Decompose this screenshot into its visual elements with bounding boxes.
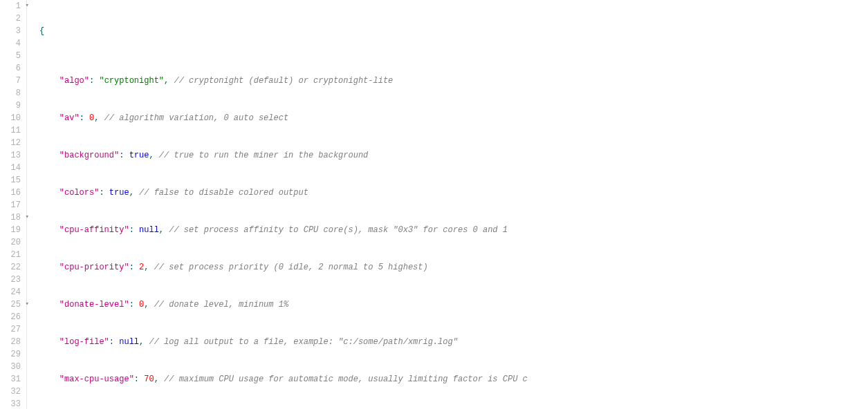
line-number: 21 (3, 249, 21, 261)
code-line: "av": 0, // algorithm variation, 0 auto … (39, 112, 782, 124)
fold-toggle-icon[interactable]: ▾ (26, 300, 29, 310)
line-number: 23 (3, 274, 21, 286)
line-number: 6 (3, 62, 21, 75)
line-number: 1▾ (3, 0, 21, 12)
code-editor: 1▾23456789101112131415161718▾19202122232… (0, 0, 868, 409)
line-gutter: 1▾23456789101112131415161718▾19202122232… (0, 0, 27, 409)
fold-toggle-icon[interactable]: ▾ (26, 1, 29, 11)
line-number: 11 (3, 124, 21, 137)
code-line: "cpu-affinity": null, // set process aff… (39, 224, 782, 236)
line-number: 14 (3, 162, 21, 174)
line-number: 30 (3, 361, 21, 373)
code-line: "algo": "cryptonight", // cryptonight (d… (39, 75, 782, 87)
code-line: "cpu-priority": 2, // set process priori… (39, 261, 782, 274)
line-number: 2 (3, 12, 21, 25)
line-number: 12 (3, 137, 21, 149)
line-number: 25▾ (3, 298, 21, 311)
code-line: "donate-level": 0, // donate level, mini… (39, 298, 782, 311)
line-number: 31 (3, 373, 21, 386)
line-number: 16 (3, 187, 21, 199)
code-line: { (39, 25, 782, 37)
line-number: 13 (3, 149, 21, 162)
line-number: 22 (3, 261, 21, 274)
line-number: 19 (3, 224, 21, 236)
code-line: "colors": true, // false to disable colo… (39, 187, 782, 199)
code-line: "log-file": null, // log all output to a… (39, 336, 782, 348)
line-number: 17 (3, 199, 21, 211)
line-number: 24 (3, 286, 21, 298)
code-area[interactable]: { "algo": "cryptonight", // cryptonight … (27, 0, 782, 409)
line-number: 4 (3, 37, 21, 50)
line-number: 28 (3, 336, 21, 348)
line-number: 20 (3, 236, 21, 249)
line-number: 33 (3, 398, 21, 409)
line-number: 7 (3, 75, 21, 87)
code-line: "background": true, // true to run the m… (39, 149, 782, 162)
fold-toggle-icon[interactable]: ▾ (26, 213, 29, 222)
code-line: "max-cpu-usage": 70, // maximum CPU usag… (39, 373, 782, 386)
line-number: 27 (3, 323, 21, 336)
line-number: 32 (3, 386, 21, 398)
line-number: 5 (3, 50, 21, 62)
line-number: 9 (3, 99, 21, 112)
line-number: 8 (3, 87, 21, 99)
line-number: 10 (3, 112, 21, 124)
line-number: 26 (3, 311, 21, 323)
line-number: 18▾ (3, 211, 21, 224)
line-number: 15 (3, 174, 21, 187)
line-number: 3 (3, 25, 21, 37)
line-number: 29 (3, 348, 21, 361)
